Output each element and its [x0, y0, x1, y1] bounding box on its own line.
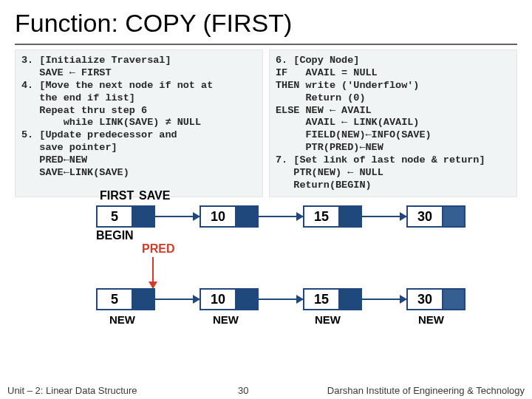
node-null-pointer: [443, 290, 464, 309]
node-pointer: [236, 207, 257, 226]
node: 30: [406, 205, 466, 228]
linked-list-diagram: FIRST SAVE 5 10 15 30 BEGIN PRED 5: [96, 205, 502, 326]
link-arrow-icon: [259, 299, 303, 300]
new-label: NEW: [257, 313, 359, 326]
node-value: 10: [201, 290, 236, 309]
node-value: 10: [201, 207, 236, 226]
node-value: 15: [304, 207, 340, 226]
node: 30: [406, 288, 466, 310]
node-pointer: [340, 207, 361, 226]
new-labels-row: NEW NEW NEW NEW: [96, 313, 502, 326]
node: 5: [96, 288, 155, 310]
node-value: 15: [304, 290, 340, 309]
node-pointer: [236, 290, 257, 309]
title-divider: [15, 44, 517, 45]
node: 15: [303, 205, 362, 228]
node-value: 30: [408, 207, 443, 226]
footer-page: 30: [160, 385, 327, 396]
link-arrow-icon: [155, 299, 200, 300]
begin-label: BEGIN: [96, 229, 134, 242]
link-arrow-icon: [259, 216, 303, 217]
node-value: 5: [98, 290, 133, 309]
footer: Unit – 2: Linear Data Structure 30 Darsh…: [0, 385, 532, 396]
link-arrow-icon: [362, 299, 406, 300]
new-label: NEW: [359, 313, 461, 326]
new-label: NEW: [155, 313, 257, 326]
link-arrow-icon: [155, 216, 200, 217]
node: 5: [96, 205, 155, 228]
pred-label: PRED: [142, 242, 174, 256]
save-label: SAVE: [139, 189, 170, 202]
new-label: NEW: [96, 313, 155, 326]
top-chain: 5 10 15 30: [96, 205, 502, 228]
pred-arrow-icon: [152, 257, 154, 288]
node: 10: [200, 288, 259, 310]
node-null-pointer: [443, 207, 464, 226]
footer-right: Darshan Institute of Engineering & Techn…: [327, 385, 525, 396]
node-value: 5: [98, 207, 133, 226]
node-pointer: [133, 290, 154, 309]
footer-left: Unit – 2: Linear Data Structure: [7, 385, 137, 396]
code-left: 3. [Initialize Traversal] SAVE ← FIRST 4…: [15, 50, 263, 197]
code-right: 6. [Copy Node] IF AVAIL = NULL THEN writ…: [269, 50, 517, 197]
node: 15: [303, 288, 362, 310]
slide-title: Function: COPY (FIRST): [0, 0, 532, 44]
node-value: 30: [408, 290, 443, 309]
link-arrow-icon: [362, 216, 406, 217]
node-pointer: [133, 207, 154, 226]
bottom-chain: 5 10 15 30: [96, 288, 502, 310]
code-columns: 3. [Initialize Traversal] SAVE ← FIRST 4…: [0, 50, 532, 197]
node: 10: [200, 205, 259, 228]
node-pointer: [340, 290, 361, 309]
first-label: FIRST: [100, 189, 134, 202]
